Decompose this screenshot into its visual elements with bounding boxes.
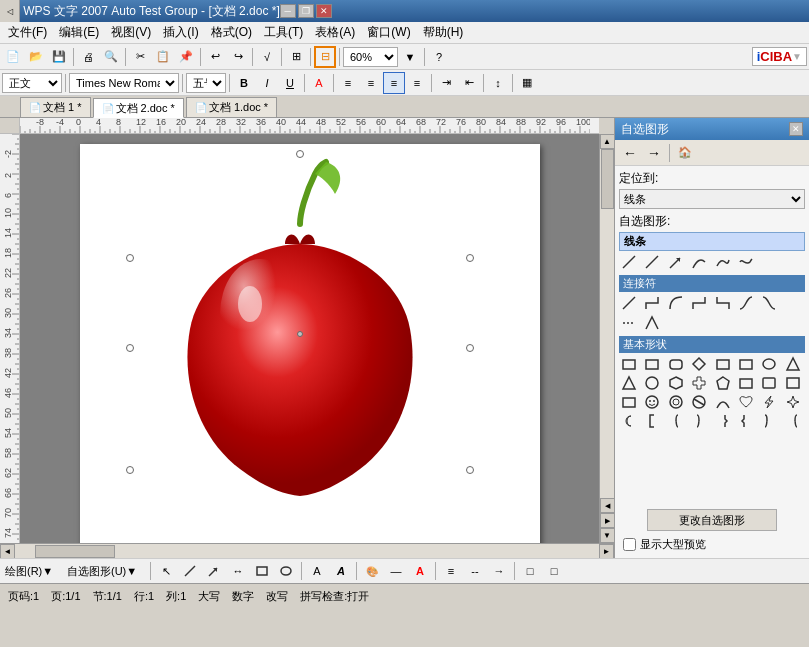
menu-edit[interactable]: 编辑(E) (53, 22, 105, 43)
handle-top-right[interactable] (466, 254, 474, 262)
style-select[interactable]: 正文 (2, 73, 62, 93)
shape-rect[interactable] (619, 355, 639, 373)
close-btn[interactable]: ✕ (316, 4, 332, 18)
arrow-style-btn[interactable]: → (488, 560, 510, 582)
scroll-right-btn[interactable]: ► (599, 544, 614, 559)
shape-cross[interactable] (689, 374, 709, 392)
shape-bracket3[interactable] (736, 412, 756, 430)
shape-diamond[interactable] (689, 355, 709, 373)
shape-triangle2[interactable] (619, 374, 639, 392)
outdent-btn[interactable]: ⇤ (458, 72, 480, 94)
textbox-btn[interactable]: A (306, 560, 328, 582)
shape-scribble[interactable] (736, 253, 756, 271)
preview-btn[interactable]: 🔍 (100, 46, 122, 68)
line-spacing-btn[interactable]: ↕ (487, 72, 509, 94)
zoom-dropdown[interactable]: ▼ (399, 46, 421, 68)
align-right-btn[interactable]: ≡ (383, 72, 405, 94)
shape-moon[interactable] (619, 412, 639, 430)
shape-line2[interactable] (642, 253, 662, 271)
iciba-logo[interactable]: i CIBA ▼ (752, 47, 807, 66)
shape-arc[interactable] (713, 393, 733, 411)
autoshape-menu-btn[interactable]: 自选图形(U)▼ (66, 560, 146, 582)
shape-conn8[interactable] (619, 314, 639, 332)
size-select[interactable]: 五号 (186, 73, 226, 93)
zoom-select[interactable]: 60% 75% 100% (343, 47, 398, 67)
next-page-btn[interactable]: ▶ (600, 513, 615, 528)
cursor-btn[interactable]: ↖ (155, 560, 177, 582)
bold-btn[interactable]: B (233, 72, 255, 94)
shape-rect7[interactable] (759, 374, 779, 392)
shape-brace4[interactable] (783, 412, 803, 430)
cols-btn[interactable]: ⊟ (314, 46, 336, 68)
undo-btn[interactable]: ↩ (204, 46, 226, 68)
shape-brace2[interactable] (689, 412, 709, 430)
shape-brace1[interactable] (666, 412, 686, 430)
scroll-down-btn[interactable]: ▼ (600, 528, 615, 543)
horizontal-scrollbar[interactable]: ◄ ► (0, 543, 614, 558)
handle-bot-right[interactable] (466, 466, 474, 474)
shape-conn2[interactable] (642, 294, 662, 312)
shape-smiley[interactable] (642, 393, 662, 411)
3d-btn[interactable]: □ (543, 560, 565, 582)
new-btn[interactable]: 📄 (2, 46, 24, 68)
table-btn[interactable]: ⊞ (285, 46, 307, 68)
shape-circle[interactable] (642, 374, 662, 392)
rect-btn[interactable] (251, 560, 273, 582)
shape-star4[interactable] (783, 393, 803, 411)
menu-file[interactable]: 文件(F) (2, 22, 53, 43)
tab-doc3[interactable]: 📄 文档 1.doc * (186, 97, 277, 117)
font-color-btn2[interactable]: A (409, 560, 431, 582)
page-canvas[interactable] (20, 134, 599, 543)
shape-conn4[interactable] (689, 294, 709, 312)
handle-mid-right[interactable] (466, 344, 474, 352)
wordart-btn[interactable]: A (330, 560, 352, 582)
shape-triangle[interactable] (783, 355, 803, 373)
panel-close-btn[interactable]: ✕ (789, 122, 803, 136)
shape-curve[interactable] (689, 253, 709, 271)
paste-btn[interactable]: 📌 (175, 46, 197, 68)
scroll-thumb[interactable] (601, 149, 614, 209)
panel-forward-btn[interactable]: → (643, 142, 665, 164)
change-shape-btn[interactable]: 更改自选图形 (647, 509, 777, 531)
shape-rect9[interactable] (619, 393, 639, 411)
h-scroll-thumb[interactable] (35, 545, 115, 558)
shape-conn7[interactable] (759, 294, 779, 312)
line-style-btn[interactable]: ≡ (440, 560, 462, 582)
arrow-btn[interactable] (203, 560, 225, 582)
menu-window[interactable]: 窗口(W) (361, 22, 416, 43)
save-btn[interactable]: 💾 (48, 46, 70, 68)
restore-btn[interactable]: ❐ (298, 4, 314, 18)
font-color-btn[interactable]: A (308, 72, 330, 94)
shape-rect3[interactable] (666, 355, 686, 373)
shape-freeform[interactable] (713, 253, 733, 271)
formula-btn[interactable]: √ (256, 46, 278, 68)
font-select[interactable]: Times New Roman (69, 73, 179, 93)
align-center-btn[interactable]: ≡ (360, 72, 382, 94)
shape-noentry[interactable] (689, 393, 709, 411)
shape-lightning[interactable] (759, 393, 779, 411)
cut-btn[interactable]: ✂ (129, 46, 151, 68)
scroll-up-btn[interactable]: ▲ (600, 134, 615, 149)
shape-conn6[interactable] (736, 294, 756, 312)
shape-heart[interactable] (736, 393, 756, 411)
dbl-arrow-btn[interactable]: ↔ (227, 560, 249, 582)
border-btn[interactable]: ▦ (516, 72, 538, 94)
copy-btn[interactable]: 📋 (152, 46, 174, 68)
tab-scroll-left[interactable]: ◁ (0, 0, 20, 22)
menu-table[interactable]: 表格(A) (309, 22, 361, 43)
align-left-btn[interactable]: ≡ (337, 72, 359, 94)
handle-top-left[interactable] (126, 254, 134, 262)
shape-arrow[interactable] (666, 253, 686, 271)
handle-top-center[interactable] (296, 150, 304, 158)
handle-mid-left[interactable] (126, 344, 134, 352)
cherry-image[interactable] (130, 154, 470, 514)
shape-target[interactable] (666, 393, 686, 411)
center-handle[interactable] (297, 331, 303, 337)
menu-view[interactable]: 视图(V) (105, 22, 157, 43)
preview-checkbox-input[interactable] (623, 538, 636, 551)
h-scroll-track[interactable] (15, 544, 599, 559)
shape-hex[interactable] (666, 374, 686, 392)
italic-btn[interactable]: I (256, 72, 278, 94)
line-btn[interactable] (179, 560, 201, 582)
open-btn[interactable]: 📂 (25, 46, 47, 68)
